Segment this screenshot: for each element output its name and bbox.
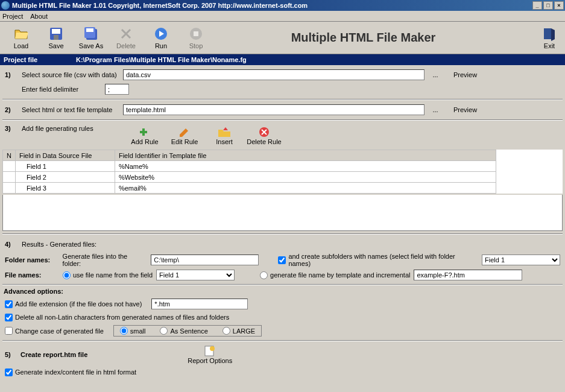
step5-label: Create report.htm file bbox=[21, 351, 87, 358]
svg-rect-1 bbox=[52, 29, 60, 34]
table-empty-area bbox=[2, 195, 563, 231]
floppy-multi-icon bbox=[84, 27, 98, 41]
floppy-icon bbox=[49, 27, 63, 41]
svg-rect-8 bbox=[194, 31, 198, 36]
table-row[interactable]: Field 3%email% bbox=[3, 183, 563, 194]
template-name-input[interactable] bbox=[414, 270, 522, 280]
stop-button[interactable]: Stop bbox=[178, 24, 213, 52]
source-file-input[interactable] bbox=[123, 69, 425, 80]
report-icon bbox=[203, 345, 217, 357]
folder-input[interactable] bbox=[151, 254, 259, 265]
window-title: Multiple HTML File Maker 1.01 Copyright,… bbox=[12, 2, 532, 9]
folder-open-icon bbox=[14, 27, 28, 41]
svg-rect-9 bbox=[544, 28, 551, 39]
save-as-button[interactable]: Save As bbox=[74, 24, 109, 52]
project-file-path: K:\Program Files\Multiple HTML File Make… bbox=[76, 56, 247, 63]
exit-button[interactable]: Exit bbox=[537, 27, 561, 49]
template-preview-button[interactable]: Preview bbox=[453, 106, 477, 113]
template-file-input[interactable] bbox=[123, 104, 425, 115]
step3-label: Add file generating rules bbox=[22, 125, 118, 132]
step4-label: Results - Generated files: bbox=[22, 241, 96, 248]
folder-names-label: Folder names: bbox=[5, 256, 59, 264]
delimiter-input[interactable] bbox=[105, 84, 129, 95]
edit-rule-button[interactable]: Edit Rule bbox=[166, 126, 203, 145]
svg-point-12 bbox=[210, 346, 215, 351]
gen-index-checkbox[interactable]: Generate index/content file in html form… bbox=[5, 368, 136, 376]
app-icon bbox=[1, 1, 10, 10]
gen-template-radio[interactable]: generate file name by template and incre… bbox=[260, 271, 410, 279]
file-names-label: File names: bbox=[5, 271, 59, 279]
case-small-radio[interactable]: small bbox=[120, 327, 146, 335]
minimize-button[interactable]: _ bbox=[532, 1, 542, 10]
step2-num: 2) bbox=[5, 106, 17, 113]
menu-about[interactable]: About bbox=[30, 13, 48, 20]
ext-input[interactable] bbox=[151, 299, 248, 309]
add-icon bbox=[137, 126, 152, 138]
close-button[interactable]: × bbox=[554, 1, 564, 10]
template-browse-button[interactable]: ... bbox=[429, 106, 441, 113]
pencil-icon bbox=[177, 126, 192, 138]
step1-num: 1) bbox=[5, 71, 17, 78]
step4-num: 4) bbox=[5, 241, 17, 248]
add-rule-button[interactable]: Add Rule bbox=[127, 126, 163, 145]
save-button[interactable]: Save bbox=[39, 24, 74, 52]
project-file-label: Project file bbox=[4, 56, 76, 63]
col-field: Field in Data Source File bbox=[15, 150, 115, 161]
col-ident: Field Identifier in Template file bbox=[115, 150, 496, 161]
use-field-radio[interactable]: use file name from the field bbox=[63, 271, 153, 279]
report-options-button[interactable]: Report Options bbox=[188, 345, 232, 364]
file-field-combo[interactable]: Field 1 bbox=[156, 270, 235, 280]
del-nonlatin-checkbox[interactable]: Delete all non-Latin characters from gen… bbox=[5, 314, 229, 321]
app-title: Multiple HTML File Maker bbox=[213, 31, 537, 45]
step1-label: Select source file (csv with data) bbox=[22, 71, 118, 78]
insert-icon bbox=[217, 126, 232, 138]
maximize-button[interactable]: □ bbox=[543, 1, 553, 10]
advanced-title: Advanced options: bbox=[4, 288, 561, 295]
step3-num: 3) bbox=[5, 125, 17, 132]
case-large-radio[interactable]: LARGE bbox=[223, 327, 255, 335]
source-browse-button[interactable]: ... bbox=[429, 71, 441, 78]
table-row[interactable]: Field 1%Name% bbox=[3, 161, 563, 172]
run-button[interactable]: Run bbox=[144, 24, 178, 52]
col-n: N bbox=[3, 150, 16, 161]
delimiter-label: Enter field delimiter bbox=[22, 86, 100, 93]
delete-icon bbox=[119, 27, 133, 41]
delete-rule-icon bbox=[257, 126, 271, 138]
step2-label: Select html or text file template bbox=[22, 106, 118, 113]
source-preview-button[interactable]: Preview bbox=[453, 71, 477, 78]
delete-button[interactable]: Delete bbox=[109, 24, 144, 52]
subfolder-field-combo[interactable]: Field 1 bbox=[482, 254, 560, 265]
insert-rule-button[interactable]: Insert bbox=[206, 126, 242, 145]
case-sentence-radio[interactable]: As Sentence bbox=[160, 327, 207, 335]
stop-icon bbox=[189, 27, 203, 41]
rules-table[interactable]: N Field in Data Source File Field Identi… bbox=[2, 150, 563, 194]
load-button[interactable]: Load bbox=[4, 24, 39, 52]
add-ext-checkbox[interactable]: Add file extension (if the file does not… bbox=[5, 300, 142, 308]
change-case-checkbox[interactable]: Change case of generated file bbox=[5, 327, 104, 335]
table-row[interactable]: Field 2%Website% bbox=[3, 172, 563, 183]
subfolder-checkbox[interactable]: and create subfolders with names (select… bbox=[278, 253, 478, 267]
exit-icon bbox=[542, 27, 557, 41]
svg-rect-2 bbox=[54, 35, 58, 40]
step5-num: 5) bbox=[5, 351, 17, 358]
svg-rect-5 bbox=[86, 28, 93, 32]
delete-rule-button[interactable]: Delete Rule bbox=[246, 126, 282, 145]
run-icon bbox=[154, 27, 168, 41]
menu-project[interactable]: Project bbox=[2, 13, 23, 20]
gen-into-label: Generate files into the folder: bbox=[63, 253, 148, 267]
